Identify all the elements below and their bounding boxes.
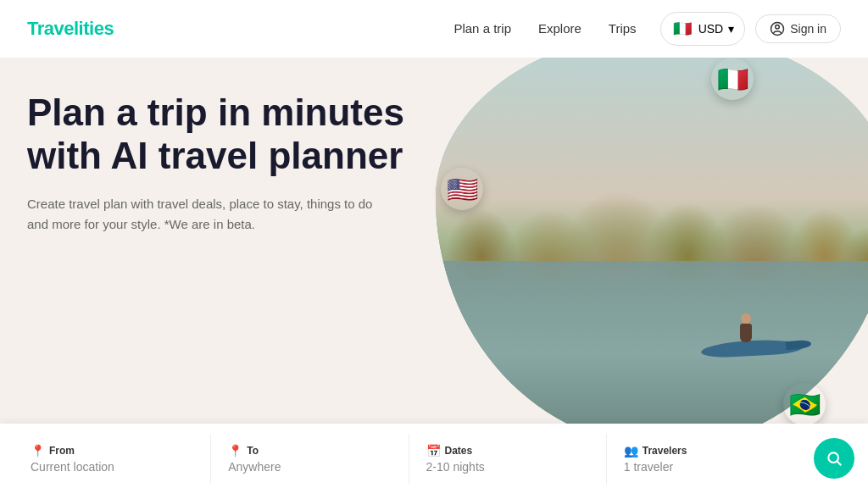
svg-line-3 <box>837 462 842 466</box>
currency-button[interactable]: 🇮🇹 USD ▾ <box>660 12 746 46</box>
person-body <box>740 324 752 342</box>
dates-label: 📅 Dates <box>426 444 473 458</box>
travelers-icon: 👥 <box>624 444 638 458</box>
flag-badge-usa: 🇺🇸 <box>441 168 483 210</box>
boat-prow <box>785 340 811 351</box>
to-value: Anywhere <box>228 460 281 474</box>
dates-field[interactable]: 📅 Dates 2-10 nights <box>409 434 607 484</box>
navbar: Travelities Plan a trip Explore Trips 🇮🇹… <box>0 0 868 58</box>
to-label: 📍 To <box>228 444 259 458</box>
svg-point-1 <box>776 25 780 30</box>
boat-illustration <box>693 305 811 356</box>
svg-point-2 <box>828 452 838 463</box>
travelers-label: 👥 Travelers <box>624 444 687 458</box>
search-bar: 📍 From Current location 📍 To Anywhere 📅 … <box>0 424 868 488</box>
from-field[interactable]: 📍 From Current location <box>14 434 211 484</box>
person-head <box>741 313 751 324</box>
hero-content: Plan a trip in minutes with AI travel pl… <box>27 92 442 235</box>
currency-flag-icon: 🇮🇹 <box>671 18 693 40</box>
from-label: 📍 From <box>31 444 75 458</box>
italy-flag-icon: 🇮🇹 <box>717 64 748 94</box>
nav-plan-trip[interactable]: Plan a trip <box>453 21 511 36</box>
calendar-icon: 📅 <box>426 444 441 458</box>
signin-label: Sign in <box>790 22 826 36</box>
logo[interactable]: Travelities <box>27 18 114 40</box>
nav-links: Plan a trip Explore Trips <box>453 21 636 36</box>
nav-trips[interactable]: Trips <box>609 21 637 36</box>
flag-badge-italy: 🇮🇹 <box>711 58 754 100</box>
currency-chevron-icon: ▾ <box>728 22 734 36</box>
location-pin-icon: 📍 <box>31 444 45 458</box>
currency-label: USD <box>698 22 724 36</box>
user-circle-icon <box>770 21 785 36</box>
to-field[interactable]: 📍 To Anywhere <box>211 434 409 484</box>
hero-title: Plan a trip in minutes with AI travel pl… <box>27 92 442 177</box>
brazil-flag-icon: 🇧🇷 <box>789 390 821 419</box>
person-figure <box>739 313 753 344</box>
hero-subtitle: Create travel plan with travel deals, pl… <box>27 194 383 235</box>
search-button[interactable] <box>814 438 854 479</box>
travelers-value: 1 traveler <box>624 460 673 474</box>
travelers-field[interactable]: 👥 Travelers 1 traveler <box>607 434 804 484</box>
from-value: Current location <box>31 460 114 474</box>
signin-button[interactable]: Sign in <box>755 14 841 43</box>
nav-explore[interactable]: Explore <box>538 21 581 36</box>
hero-section: 🇺🇸 🇧🇷 🇮🇹 Plan a trip in minutes with AI … <box>0 58 868 488</box>
destination-pin-icon: 📍 <box>228 444 242 458</box>
usa-flag-icon: 🇺🇸 <box>447 175 478 204</box>
dates-value: 2-10 nights <box>426 460 485 474</box>
search-icon <box>826 450 843 467</box>
flag-badge-brazil: 🇧🇷 <box>783 383 826 425</box>
